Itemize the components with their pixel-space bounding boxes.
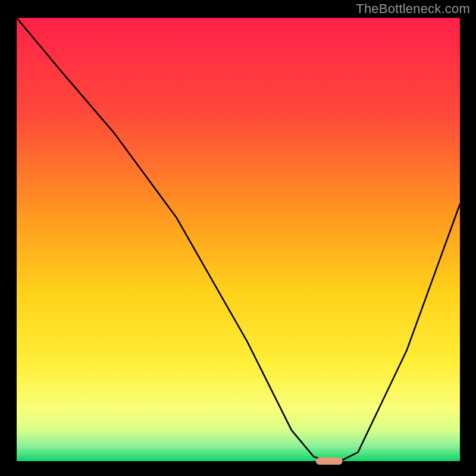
nadir-marker xyxy=(316,458,343,465)
plot-background xyxy=(17,18,460,461)
chart-svg xyxy=(0,0,476,476)
watermark-text: TheBottleneck.com xyxy=(356,1,470,17)
chart-stage: TheBottleneck.com xyxy=(0,0,476,476)
